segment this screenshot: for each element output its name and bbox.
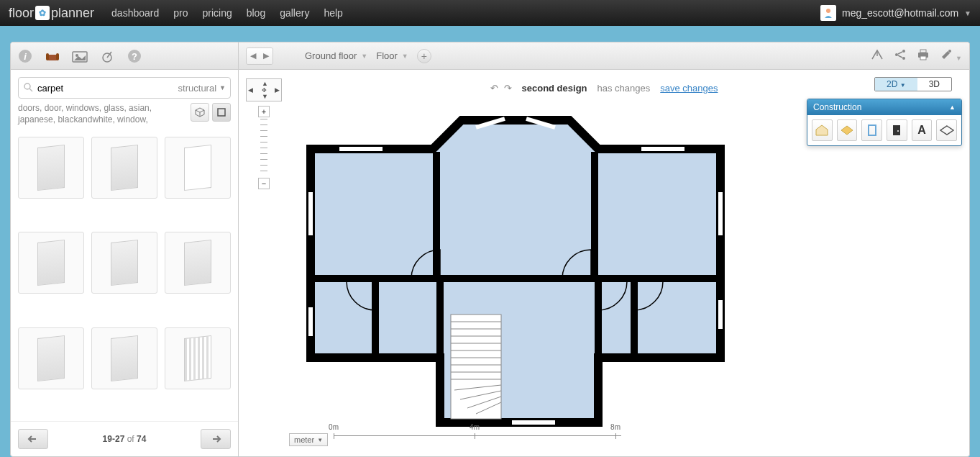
canvas-right-tools: ▼ [871,49,962,63]
unit-label: meter [294,435,314,444]
help-icon[interactable]: ? [126,47,143,65]
unit-selector[interactable]: meter ▼ [289,433,328,446]
settings-icon[interactable]: ▼ [940,49,962,63]
pan-left-icon[interactable]: ◀ [248,86,253,94]
library-item[interactable] [91,327,157,389]
floor-selector-1[interactable]: Ground floor ▼ [305,50,367,61]
door-tool-icon[interactable] [887,119,907,141]
design-title: second design [522,83,587,94]
svg-point-0 [826,9,830,13]
svg-rect-21 [920,50,926,53]
logo-text-pre: floor [9,6,34,21]
undo-icon[interactable]: ↶ [490,83,498,94]
pager-range: 19-27 [103,434,125,444]
library-item[interactable] [18,327,84,389]
library-item[interactable] [91,232,157,294]
svg-rect-5 [56,53,59,60]
info-icon[interactable]: i [17,47,34,65]
library-item[interactable] [18,137,84,199]
search-box: structural ▼ [18,77,231,99]
svg-text:?: ? [132,51,137,62]
library-item[interactable] [91,137,157,199]
library-item[interactable] [18,232,84,294]
pager: 19-27 of 74 [11,421,238,456]
pan-right-icon[interactable]: ▶ [275,86,280,94]
canvas-body[interactable]: ▲ ▼ ◀ ▶ ✥ + − ↶ ↷ [239,70,969,456]
add-floor-button[interactable]: + [417,49,431,63]
nav-dashboard[interactable]: dashboard [111,7,159,19]
pager-of: of [127,434,134,444]
library-item[interactable] [165,137,231,199]
zoom-slider[interactable]: + − [258,106,270,189]
view-3d-button[interactable] [191,103,209,122]
pan-center-icon[interactable]: ✥ [262,87,267,94]
pan-down-icon[interactable]: ▼ [262,93,268,100]
zoom-track[interactable] [260,119,267,176]
print-icon[interactable] [917,49,930,63]
zoom-in-button[interactable]: + [258,106,270,117]
library-grid [11,131,238,421]
search-category-dropdown[interactable]: structural ▼ [178,83,226,94]
logo-text-post: planner [51,6,94,21]
armchair-icon[interactable] [44,47,61,65]
nav-help[interactable]: help [324,7,342,19]
logo[interactable]: floor ✿ planner [9,6,94,21]
library-item[interactable] [165,232,231,294]
main-nav: dashboard pro pricing blog gallery help [111,7,343,19]
ruler-label-1: 4m [470,423,480,431]
tags-text: doors, door, windows, glass, asian, japa… [18,103,185,125]
panel-collapse-button[interactable]: ◀ ▶ [246,47,273,65]
library-toolbar: i ? [11,42,238,70]
room-tool-icon[interactable] [812,119,833,141]
zoom-out-button[interactable]: − [258,178,270,189]
wall-tool-icon[interactable] [861,119,882,141]
view-2d-button[interactable] [212,103,231,122]
user-menu[interactable]: meg_escott@hotmail.com ▼ [820,5,971,21]
floor-selector-2[interactable]: Floor ▼ [376,50,408,61]
nav-pricing[interactable]: pricing [202,7,232,19]
nav-pro[interactable]: pro [173,7,188,19]
surface-tool-icon[interactable] [936,119,957,141]
svg-rect-24 [869,125,876,135]
chevron-left-icon: ◀ [247,48,260,64]
pan-dpad[interactable]: ▲ ▼ ◀ ▶ ✥ [246,78,282,101]
share-icon[interactable] [894,49,907,63]
pan-up-icon[interactable]: ▲ [262,80,268,87]
photo-icon[interactable] [71,47,88,65]
nav-blog[interactable]: blog [247,7,265,19]
view-toggles [191,103,231,122]
library-item[interactable] [165,327,231,389]
text-tool-icon[interactable]: A [912,119,933,141]
search-input[interactable] [37,83,174,94]
view-mode-toggle[interactable]: 2D ▼ 3D [874,77,952,91]
construction-panel-header[interactable]: Construction ▲ [807,99,961,115]
export-icon[interactable] [871,49,884,63]
pager-prev-button[interactable] [18,429,48,449]
chevron-down-icon: ▼ [317,437,323,443]
view-2d-tab[interactable]: 2D ▼ [875,78,917,91]
search-row: structural ▼ [11,70,238,101]
collapse-icon[interactable]: ▲ [949,104,956,111]
redo-icon[interactable]: ↷ [504,83,512,94]
svg-point-12 [24,83,30,89]
pager-next-button[interactable] [201,429,231,449]
floor-selector-1-label: Ground floor [305,50,357,61]
nav-gallery[interactable]: gallery [280,7,309,19]
svg-point-17 [902,57,905,60]
navigation-controls: ▲ ▼ ◀ ▶ ✥ + − [246,78,282,189]
save-changes-link[interactable]: save changes [660,83,718,94]
construction-panel: Construction ▲ A [807,99,962,146]
construction-panel-title: Construction [813,102,861,112]
logo-icon: ✿ [35,6,50,20]
library-panel: i ? structural ▼ doors, door, windows, g… [10,42,239,457]
view-3d-tab[interactable]: 3D [917,78,951,91]
floor-selector-2-label: Floor [376,50,398,61]
floorplan-canvas[interactable] [296,106,742,437]
chevron-down-icon: ▼ [402,53,408,60]
svg-rect-34 [451,315,501,419]
measure-icon[interactable] [99,47,116,65]
chevron-down-icon: ▼ [219,84,226,91]
floor-tool-icon[interactable] [837,119,858,141]
chevron-down-icon: ▼ [964,9,971,17]
pager-text: 19-27 of 74 [103,434,147,444]
